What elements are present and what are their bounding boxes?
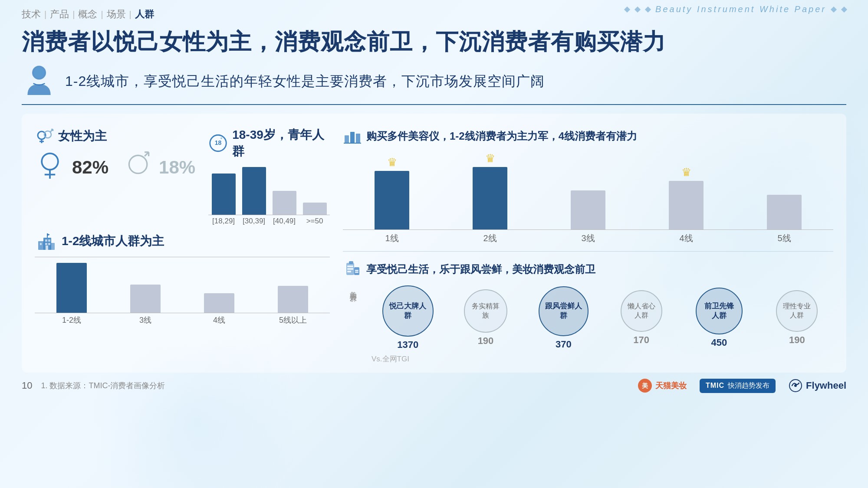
male-icon <box>126 150 152 185</box>
female-stat: 82% <box>35 150 108 185</box>
left-panel: 女性为主 82% <box>35 127 330 364</box>
taobeauty-text: 天猫美妆 <box>655 380 687 391</box>
svg-rect-22 <box>40 243 42 245</box>
bar-50plus <box>303 203 327 215</box>
rank-bar-group-1: ♛ <box>343 152 441 229</box>
lifestyle-title-row: 享受悦己生活，乐于跟风尝鲜，美妆消费观念前卫 <box>343 259 833 280</box>
content-area: 女性为主 82% <box>22 114 846 373</box>
svg-rect-35 <box>349 261 353 264</box>
tmic-text: TMIC <box>706 382 724 390</box>
circle-bubble-2: 务实精算族 <box>464 289 507 333</box>
rank-label-4: 4线 <box>637 233 735 244</box>
age-title: 18-39岁，青年人群 <box>232 127 330 160</box>
section-header: 1-2线城市，享受悦己生活的年轻女性是主要消费者，下沉市场发展空间广阔 <box>22 64 846 105</box>
svg-point-12 <box>129 155 147 173</box>
gender-title: 女性为主 <box>58 128 107 144</box>
tgi-container: 美妆心智人群 悦己大牌人群 1370 <box>343 285 833 364</box>
crown-5-placeholder: ♛ <box>779 180 789 193</box>
nav-sep-2: | <box>72 10 75 20</box>
svg-rect-23 <box>45 239 47 242</box>
city-bar-group-3 <box>108 285 182 313</box>
circle-bubble-3: 跟风尝鲜人群 <box>539 286 589 336</box>
svg-rect-25 <box>45 243 47 245</box>
nav-item-people[interactable]: 人群 <box>135 8 154 21</box>
female-pct: 82% <box>72 157 108 178</box>
top-right-decoration: Beauty Instrument White Paper <box>625 4 846 14</box>
nav-sep-4: | <box>129 10 132 20</box>
circle-bubble-6: 理性专业人群 <box>776 290 818 332</box>
rank-bar-group-3: ♛ <box>539 152 637 229</box>
city-right-title-row: 购买多件美容仪，1-2线消费者为主力军，4线消费者有潜力 <box>343 127 833 146</box>
bar-group-18-29 <box>208 174 239 215</box>
tgi-value-2: 190 <box>478 335 494 347</box>
vs-label: Vs.全网TGI <box>372 354 409 364</box>
nav-sep-1: | <box>44 10 46 20</box>
circle-bubble-5: 前卫先锋人群 <box>696 288 743 334</box>
age-label-40-49: [40,49] <box>269 217 299 226</box>
city-label-12: 1-2线 <box>35 315 108 325</box>
svg-rect-37 <box>347 268 353 270</box>
tgi-value-4: 170 <box>633 334 649 346</box>
bar-40-49 <box>273 191 296 215</box>
rank-bar-group-2: ♛ <box>441 152 539 229</box>
diamond-icon-2 <box>635 6 641 12</box>
tgi-circle-5: 前卫先锋人群 450 <box>683 288 755 348</box>
bar-group-40-49 <box>269 191 299 215</box>
city-left-labels: 1-2线 3线 4线 5线以上 <box>35 315 330 325</box>
nav-item-concept[interactable]: 概念 <box>78 8 97 21</box>
age-icon: 18 + <box>208 133 228 154</box>
rank-bar-4 <box>669 181 704 229</box>
city-left-title: 1-2线城市人群为主 <box>62 233 164 249</box>
city-right-section: 购买多件美容仪，1-2线消费者为主力军，4线消费者有潜力 ♛ ♛ <box>343 127 833 244</box>
diamond-icon-1 <box>624 6 630 12</box>
svg-rect-31 <box>350 132 355 143</box>
tgi-circle-4: 懒人省心人群 170 <box>605 290 677 346</box>
svg-marker-29 <box>47 233 50 236</box>
rank-label-3: 3线 <box>539 233 637 244</box>
tgi-circle-3: 跟风尝鲜人群 370 <box>527 286 600 350</box>
nav-item-product[interactable]: 产品 <box>50 8 69 21</box>
footer-left: 10 1. 数据来源：TMIC-消费者画像分析 <box>22 380 165 391</box>
rank-bar-2 <box>473 167 507 229</box>
section-subtitle: 1-2线城市，享受悦己生活的年轻女性是主要消费者，下沉市场发展空间广阔 <box>65 72 545 91</box>
nav-sep-3: | <box>101 10 103 20</box>
rank-icon <box>343 127 362 146</box>
right-panel: 购买多件美容仪，1-2线消费者为主力军，4线消费者有潜力 ♛ ♛ <box>343 127 833 364</box>
tgi-circles-row: 悦己大牌人群 1370 务实精算族 190 <box>372 285 833 350</box>
rank-label-1: 1线 <box>343 233 441 244</box>
lifestyle-section: 享受悦己生活，乐于跟风尝鲜，美妆消费观念前卫 美妆心智人群 悦己大牌人群 <box>343 259 833 364</box>
svg-rect-26 <box>48 243 50 245</box>
svg-rect-27 <box>46 246 48 250</box>
tgi-value-5: 450 <box>711 337 727 348</box>
nav-item-tech[interactable]: 技术 <box>22 8 41 21</box>
crown-4: ♛ <box>681 166 691 179</box>
city-icon <box>35 230 57 252</box>
tgi-vertical-label: 美妆心智人群 <box>343 285 364 291</box>
panel-divider <box>343 251 833 252</box>
rank-label-2: 2线 <box>441 233 539 244</box>
age-label-18-29: [18,29] <box>208 217 239 226</box>
footer-logos: 美 天猫美妆 TMIC 快消趋势发布 Flywheel <box>637 378 846 393</box>
svg-point-45 <box>794 384 797 387</box>
city-right-labels: 1线 2线 3线 4线 5线 <box>343 233 833 244</box>
tgi-value-1: 1370 <box>397 339 418 350</box>
gender-section: 女性为主 82% <box>35 127 195 226</box>
tgi-circle-1: 悦己大牌人群 1370 <box>372 285 444 350</box>
svg-rect-19 <box>38 241 44 250</box>
gender-charts: 82% 18% <box>35 150 195 185</box>
page-number: 10 <box>22 380 32 391</box>
rank-bar-3 <box>571 190 605 229</box>
age-title-row: 18 + 18-39岁，青年人群 <box>208 127 330 160</box>
taobeauty-icon: 美 <box>637 378 653 393</box>
svg-point-9 <box>42 154 58 170</box>
tgi-label-text: 美妆心智人群 <box>348 285 359 291</box>
city-bar-group-12 <box>35 263 108 313</box>
nav-item-scene[interactable]: 场景 <box>107 8 126 21</box>
age-bar-chart <box>208 163 330 215</box>
tmic-subtitle: 快消趋势发布 <box>728 381 769 390</box>
circle-bubble-1: 悦己大牌人群 <box>382 285 434 337</box>
bar-group-30-39 <box>239 167 269 215</box>
city-left-bar-chart <box>35 257 330 313</box>
tgi-circle-2: 务实精算族 190 <box>449 289 522 347</box>
city-bar-5plus <box>278 286 308 313</box>
